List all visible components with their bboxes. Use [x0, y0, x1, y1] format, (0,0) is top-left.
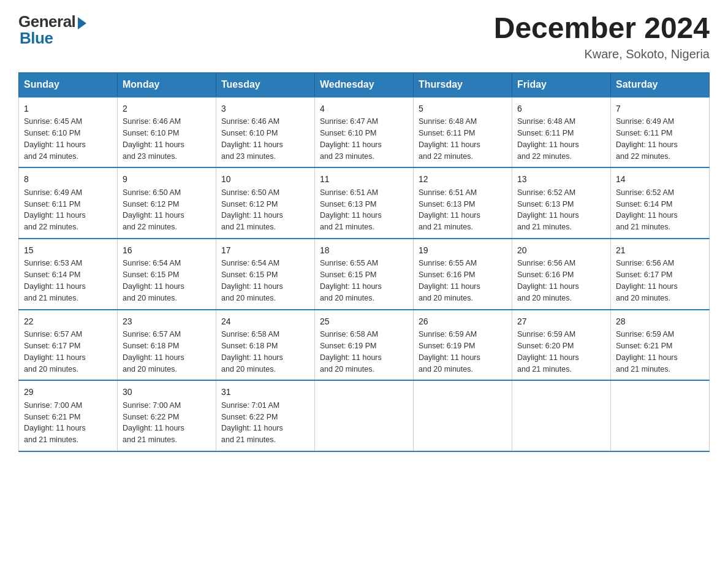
day-info: Sunrise: 6:57 AMSunset: 6:18 PMDaylight:…	[123, 330, 184, 373]
header-wednesday: Wednesday	[315, 72, 414, 97]
day-info: Sunrise: 6:56 AMSunset: 6:17 PMDaylight:…	[616, 259, 678, 302]
title-section: December 2024 Kware, Sokoto, Nigeria	[494, 12, 710, 61]
day-info: Sunrise: 6:59 AMSunset: 6:21 PMDaylight:…	[616, 330, 678, 373]
day-info: Sunrise: 6:49 AMSunset: 6:11 PMDaylight:…	[24, 188, 86, 232]
day-number: 13	[517, 173, 605, 185]
day-number: 8	[24, 173, 112, 185]
header-saturday: Saturday	[611, 72, 710, 97]
day-info: Sunrise: 6:46 AMSunset: 6:10 PMDaylight:…	[123, 117, 184, 161]
page-title: December 2024	[494, 12, 710, 45]
header-sunday: Sunday	[19, 72, 118, 97]
day-number: 14	[616, 173, 704, 185]
calendar-cell: 31Sunrise: 7:01 AMSunset: 6:22 PMDayligh…	[216, 380, 315, 451]
day-number: 28	[616, 315, 704, 327]
day-number: 24	[221, 315, 309, 327]
calendar-cell	[414, 380, 512, 451]
day-info: Sunrise: 6:51 AMSunset: 6:13 PMDaylight:…	[320, 188, 382, 232]
day-number: 7	[616, 102, 704, 115]
calendar-cell: 24Sunrise: 6:58 AMSunset: 6:18 PMDayligh…	[216, 310, 315, 381]
logo-arrow-icon	[78, 17, 86, 29]
calendar-cell: 23Sunrise: 6:57 AMSunset: 6:18 PMDayligh…	[118, 310, 216, 381]
day-info: Sunrise: 6:48 AMSunset: 6:11 PMDaylight:…	[419, 117, 480, 161]
day-info: Sunrise: 6:52 AMSunset: 6:13 PMDaylight:…	[517, 188, 579, 232]
calendar-cell: 17Sunrise: 6:54 AMSunset: 6:15 PMDayligh…	[216, 239, 315, 310]
week-row-1: 1Sunrise: 6:45 AMSunset: 6:10 PMDaylight…	[19, 97, 710, 168]
calendar-cell: 29Sunrise: 7:00 AMSunset: 6:21 PMDayligh…	[19, 380, 118, 451]
day-number: 10	[221, 173, 309, 185]
day-number: 9	[123, 173, 211, 185]
calendar-cell: 8Sunrise: 6:49 AMSunset: 6:11 PMDaylight…	[19, 167, 118, 239]
day-number: 30	[123, 386, 211, 398]
calendar-cell: 13Sunrise: 6:52 AMSunset: 6:13 PMDayligh…	[512, 167, 611, 239]
calendar-cell: 3Sunrise: 6:46 AMSunset: 6:10 PMDaylight…	[216, 97, 315, 168]
day-number: 22	[24, 315, 112, 327]
day-number: 31	[221, 386, 309, 398]
day-number: 29	[24, 386, 112, 398]
calendar-cell: 11Sunrise: 6:51 AMSunset: 6:13 PMDayligh…	[315, 167, 414, 239]
calendar-cell: 16Sunrise: 6:54 AMSunset: 6:15 PMDayligh…	[118, 239, 216, 310]
header-thursday: Thursday	[414, 72, 512, 97]
day-number: 21	[616, 244, 704, 256]
day-info: Sunrise: 6:53 AMSunset: 6:14 PMDaylight:…	[24, 259, 86, 302]
day-info: Sunrise: 6:52 AMSunset: 6:14 PMDaylight:…	[616, 188, 678, 232]
logo: General Blue	[18, 12, 86, 48]
week-row-2: 8Sunrise: 6:49 AMSunset: 6:11 PMDaylight…	[19, 167, 710, 239]
calendar-table: SundayMondayTuesdayWednesdayThursdayFrid…	[18, 72, 710, 452]
day-info: Sunrise: 6:47 AMSunset: 6:10 PMDaylight:…	[320, 117, 382, 161]
calendar-cell: 10Sunrise: 6:50 AMSunset: 6:12 PMDayligh…	[216, 167, 315, 239]
calendar-cell: 19Sunrise: 6:55 AMSunset: 6:16 PMDayligh…	[414, 239, 512, 310]
day-info: Sunrise: 6:54 AMSunset: 6:15 PMDaylight:…	[123, 259, 184, 302]
day-number: 1	[24, 102, 112, 115]
day-info: Sunrise: 6:45 AMSunset: 6:10 PMDaylight:…	[24, 117, 86, 161]
calendar-cell: 21Sunrise: 6:56 AMSunset: 6:17 PMDayligh…	[611, 239, 710, 310]
day-info: Sunrise: 6:55 AMSunset: 6:16 PMDaylight:…	[419, 259, 480, 302]
calendar-cell: 4Sunrise: 6:47 AMSunset: 6:10 PMDaylight…	[315, 97, 414, 168]
calendar-cell: 5Sunrise: 6:48 AMSunset: 6:11 PMDaylight…	[414, 97, 512, 168]
day-number: 11	[320, 173, 408, 185]
calendar-cell	[315, 380, 414, 451]
day-number: 4	[320, 102, 408, 115]
day-number: 20	[517, 244, 605, 256]
calendar-cell: 26Sunrise: 6:59 AMSunset: 6:19 PMDayligh…	[414, 310, 512, 381]
calendar-cell: 25Sunrise: 6:58 AMSunset: 6:19 PMDayligh…	[315, 310, 414, 381]
calendar-cell: 30Sunrise: 7:00 AMSunset: 6:22 PMDayligh…	[118, 380, 216, 451]
calendar-cell: 2Sunrise: 6:46 AMSunset: 6:10 PMDaylight…	[118, 97, 216, 168]
day-info: Sunrise: 6:58 AMSunset: 6:19 PMDaylight:…	[320, 330, 382, 373]
page-subtitle: Kware, Sokoto, Nigeria	[494, 47, 710, 61]
calendar-cell	[611, 380, 710, 451]
calendar-cell: 28Sunrise: 6:59 AMSunset: 6:21 PMDayligh…	[611, 310, 710, 381]
day-info: Sunrise: 6:50 AMSunset: 6:12 PMDaylight:…	[123, 188, 184, 232]
day-number: 18	[320, 244, 408, 256]
day-number: 26	[419, 315, 507, 327]
header-tuesday: Tuesday	[216, 72, 315, 97]
day-number: 6	[517, 102, 605, 115]
calendar-cell: 22Sunrise: 6:57 AMSunset: 6:17 PMDayligh…	[19, 310, 118, 381]
day-info: Sunrise: 6:49 AMSunset: 6:11 PMDaylight:…	[616, 117, 678, 161]
calendar-cell: 14Sunrise: 6:52 AMSunset: 6:14 PMDayligh…	[611, 167, 710, 239]
day-info: Sunrise: 7:01 AMSunset: 6:22 PMDaylight:…	[221, 401, 283, 445]
day-info: Sunrise: 6:50 AMSunset: 6:12 PMDaylight:…	[221, 188, 283, 232]
day-info: Sunrise: 6:48 AMSunset: 6:11 PMDaylight:…	[517, 117, 579, 161]
calendar-cell: 15Sunrise: 6:53 AMSunset: 6:14 PMDayligh…	[19, 239, 118, 310]
day-info: Sunrise: 7:00 AMSunset: 6:21 PMDaylight:…	[24, 401, 86, 445]
day-info: Sunrise: 6:59 AMSunset: 6:20 PMDaylight:…	[517, 330, 579, 373]
week-row-4: 22Sunrise: 6:57 AMSunset: 6:17 PMDayligh…	[19, 310, 710, 381]
day-number: 5	[419, 102, 507, 115]
calendar-cell: 9Sunrise: 6:50 AMSunset: 6:12 PMDaylight…	[118, 167, 216, 239]
calendar-cell: 12Sunrise: 6:51 AMSunset: 6:13 PMDayligh…	[414, 167, 512, 239]
calendar-header-row: SundayMondayTuesdayWednesdayThursdayFrid…	[19, 72, 710, 97]
day-number: 3	[221, 102, 309, 115]
day-info: Sunrise: 6:56 AMSunset: 6:16 PMDaylight:…	[517, 259, 579, 302]
day-info: Sunrise: 6:58 AMSunset: 6:18 PMDaylight:…	[221, 330, 283, 373]
day-info: Sunrise: 6:55 AMSunset: 6:15 PMDaylight:…	[320, 259, 382, 302]
day-info: Sunrise: 6:54 AMSunset: 6:15 PMDaylight:…	[221, 259, 283, 302]
day-number: 17	[221, 244, 309, 256]
day-info: Sunrise: 6:51 AMSunset: 6:13 PMDaylight:…	[419, 188, 480, 232]
day-number: 15	[24, 244, 112, 256]
page-header: General Blue December 2024 Kware, Sokoto…	[18, 12, 710, 61]
day-info: Sunrise: 7:00 AMSunset: 6:22 PMDaylight:…	[123, 401, 184, 445]
day-number: 23	[123, 315, 211, 327]
logo-blue-text: Blue	[20, 29, 53, 48]
calendar-cell	[512, 380, 611, 451]
day-number: 12	[419, 173, 507, 185]
